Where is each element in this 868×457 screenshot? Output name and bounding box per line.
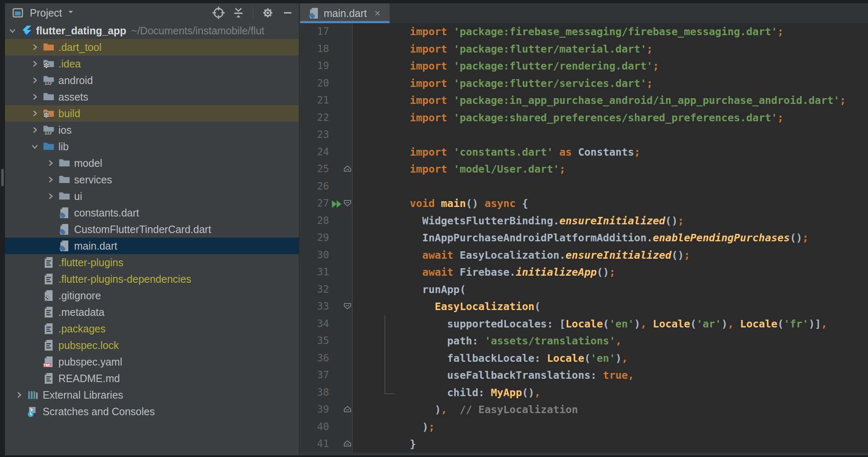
text-file-icon (42, 323, 55, 334)
tree-item-label: services (74, 174, 112, 186)
close-tab-icon[interactable] (373, 9, 382, 18)
tree-item-build[interactable]: build (5, 105, 299, 122)
tree-item-lib[interactable]: lib (5, 138, 299, 155)
tree-item-label: pubspec.lock (58, 339, 119, 351)
code-line-text[interactable]: child: MyApp(), (353, 384, 541, 402)
editor-area: main.dart 17import 'package:firebase_mes… (299, 3, 868, 457)
tree-item-flutter-plugins[interactable]: .flutter-plugins (5, 254, 299, 271)
gutter-cell: 34 (299, 315, 353, 333)
chevron-right-icon[interactable] (27, 59, 42, 68)
tree-item-ios[interactable]: ios (5, 122, 299, 138)
code-editor[interactable]: 17import 'package:firebase_messaging/fir… (299, 23, 868, 452)
code-line-text[interactable]: import 'package:flutter/material.dart'; (353, 41, 653, 58)
code-line-text[interactable]: EasyLocalization( (353, 298, 541, 315)
indent-guide (385, 315, 394, 394)
tree-item-label: External Libraries (43, 389, 123, 401)
tree-item-ui[interactable]: ui (5, 188, 299, 204)
chevron-right-icon[interactable] (12, 390, 26, 399)
folder-source-icon (42, 141, 55, 152)
chevron-right-icon[interactable] (27, 76, 42, 85)
code-line-text[interactable]: runApp( (353, 281, 466, 298)
line-number: 28 (317, 212, 329, 230)
gutter-cell: 35 (299, 332, 353, 350)
tree-item-customfluttertindercard-dart[interactable]: CustomFlutterTinderCard.dart (5, 221, 299, 238)
tree-item-label: CustomFlutterTinderCard.dart (74, 224, 211, 236)
fold-open-icon[interactable] (343, 302, 352, 312)
editor-line-18: 18import 'package:flutter/material.dart'… (299, 41, 868, 58)
project-root-name: flutter_dating_app (36, 25, 126, 37)
locate-icon[interactable] (212, 6, 226, 20)
line-number: 18 (317, 41, 329, 58)
gutter-cell: 19 (299, 58, 353, 75)
fold-open-icon[interactable] (343, 199, 352, 209)
tree-item-external-libraries[interactable]: External Libraries (5, 387, 299, 403)
project-view-dropdown[interactable]: Project (11, 6, 212, 20)
code-line-text[interactable]: supportedLocales: [Locale('en'), Locale(… (353, 315, 827, 333)
fold-close-icon[interactable] (343, 165, 352, 174)
fold-close-icon[interactable] (343, 405, 352, 415)
tree-item-dart-tool[interactable]: .dart_tool (5, 39, 299, 55)
code-line-text[interactable]: ); (353, 419, 435, 436)
code-line-text[interactable]: WidgetsFlutterBinding.ensureInitialized(… (353, 212, 684, 230)
tree-item-android[interactable]: android (5, 72, 299, 89)
code-line-text[interactable]: import 'package:in_app_purchase_android/… (353, 92, 846, 109)
gutter-cell: 38 (299, 384, 353, 402)
chevron-down-icon[interactable] (5, 26, 20, 35)
tree-item-constants-dart[interactable]: constants.dart (5, 204, 299, 221)
code-line-text[interactable]: void main() async { (353, 195, 528, 212)
tree-item-services[interactable]: services (5, 171, 299, 188)
stripe-marker (1, 169, 4, 186)
dart-file-icon (308, 7, 319, 19)
code-line-text[interactable]: ), // EasyLocalization (353, 401, 578, 419)
code-line-text[interactable]: import 'package:flutter/services.dart'; (353, 75, 653, 92)
project-panel-header: Project (5, 3, 299, 22)
tree-item-metadata[interactable]: .metadata (5, 304, 299, 320)
chevron-right-icon[interactable] (27, 109, 42, 118)
chevron-right-icon[interactable] (43, 159, 58, 168)
tree-item-label: .idea (58, 58, 81, 70)
chevron-right-icon[interactable] (43, 192, 58, 201)
line-number: 21 (317, 92, 329, 109)
tree-item-scratches-and-consoles[interactable]: Scratches and Consoles (5, 403, 299, 420)
chevron-right-icon[interactable] (27, 125, 42, 135)
gutter-cell: 27 (299, 195, 353, 212)
tree-item-gitignore[interactable]: .gitignore (5, 287, 299, 304)
tree-item-flutter-plugins-dependencies[interactable]: .flutter-plugins-dependencies (5, 271, 299, 287)
code-line-text[interactable]: import 'constants.dart' as Constants; (353, 144, 640, 161)
tree-item-readme-md[interactable]: README.md (5, 370, 299, 387)
tree-item-pubspec-lock[interactable]: pubspec.lock (5, 337, 299, 354)
code-line-text[interactable]: import 'package:shared_preferences/share… (353, 109, 784, 127)
gutter-cell: 31 (299, 264, 353, 281)
collapse-all-icon[interactable] (231, 6, 245, 20)
tree-item-pubspec-yaml[interactable]: YMLpubspec.yaml (5, 354, 299, 370)
chevron-right-icon[interactable] (27, 43, 42, 52)
folder-icon (58, 174, 70, 185)
tab-main-dart[interactable]: main.dart (300, 3, 390, 23)
code-line-text[interactable]: InAppPurchaseAndroidPlatformAddition.ena… (353, 229, 808, 247)
tree-item-model[interactable]: model (5, 155, 299, 171)
line-number: 31 (317, 264, 329, 281)
settings-icon[interactable] (261, 6, 275, 20)
tree-item-project-root[interactable]: flutter_dating_app ~/Documents/instamobi… (5, 22, 299, 39)
dart-file-icon (58, 224, 70, 235)
code-line-text[interactable]: } (353, 435, 416, 453)
gutter-cell: 37 (299, 367, 353, 384)
tree-item-main-dart[interactable]: main.dart (5, 238, 299, 254)
tree-item-assets[interactable]: assets (5, 89, 299, 105)
tree-item-packages[interactable]: .packages (5, 320, 299, 337)
chevron-down-icon[interactable] (27, 142, 42, 151)
code-line-text[interactable]: await EasyLocalization.ensureInitialized… (353, 247, 690, 264)
run-main-icon[interactable] (331, 199, 343, 211)
fold-close-icon[interactable] (343, 440, 352, 449)
code-line-text[interactable]: import 'model/User.dart'; (353, 161, 565, 178)
code-line-text[interactable]: useFallbackTranslations: true, (353, 367, 634, 384)
gutter-cell: 32 (299, 281, 353, 298)
text-file-icon (42, 306, 55, 318)
tree-item-idea[interactable]: .idea (5, 55, 299, 72)
hide-icon[interactable] (281, 6, 295, 20)
code-line-text[interactable]: import 'package:flutter/rendering.dart'; (353, 58, 659, 75)
chevron-right-icon[interactable] (27, 92, 42, 101)
chevron-right-icon[interactable] (43, 175, 58, 184)
code-line-text[interactable]: import 'package:firebase_messaging/fireb… (353, 23, 784, 41)
code-line-text[interactable]: await Firebase.initializeApp(); (353, 264, 616, 281)
